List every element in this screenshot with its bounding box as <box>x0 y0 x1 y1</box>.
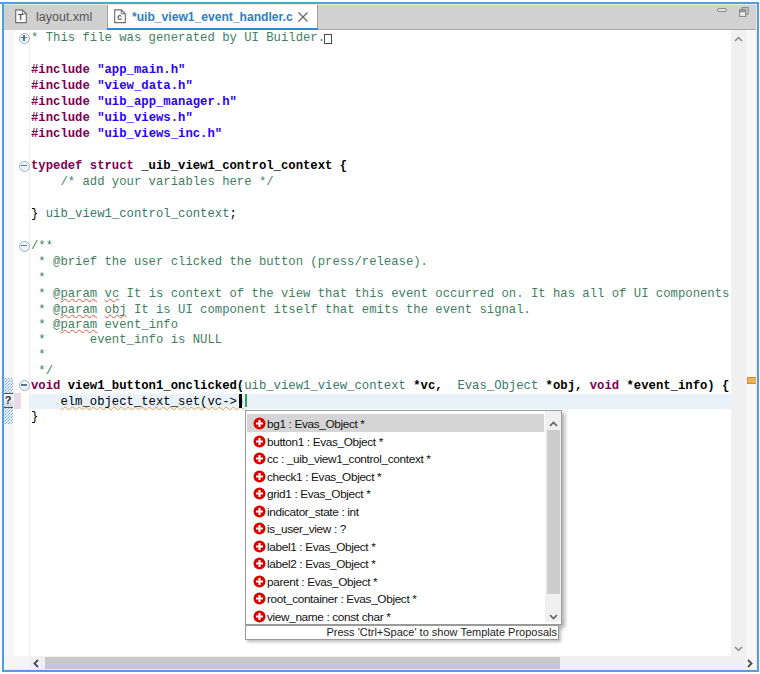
svg-text:T: T <box>18 12 24 22</box>
svg-text:c: c <box>117 12 122 22</box>
